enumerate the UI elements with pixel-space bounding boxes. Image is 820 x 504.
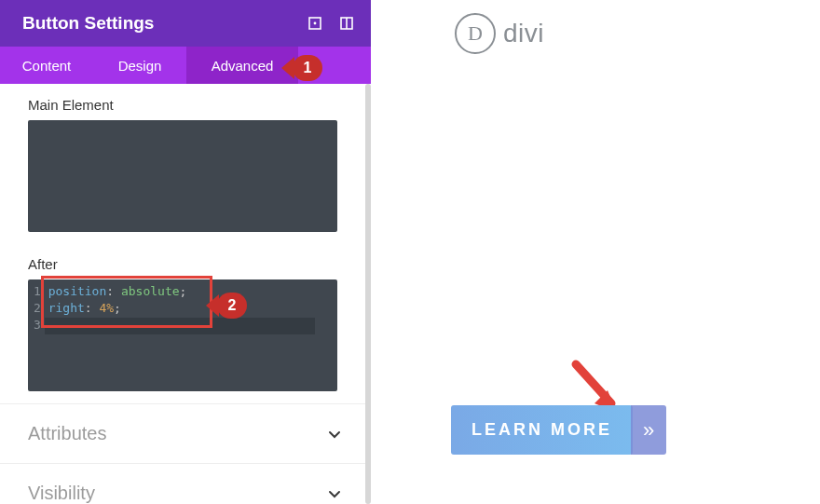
code-prop-2: right [48, 301, 85, 315]
learn-more-button[interactable]: LEARN MORE [451, 405, 633, 455]
panel-body: Main Element After 1 position: absolute;… [0, 84, 371, 403]
after-label: After [28, 256, 343, 272]
main-element-code[interactable] [28, 120, 337, 232]
preview-pane: D divi LEARN MORE » [371, 0, 820, 504]
learn-more-chevron[interactable]: » [631, 405, 666, 455]
code-prop-1: position [48, 284, 107, 298]
chevron-down-icon [326, 426, 343, 443]
chevron-right-icon: » [643, 418, 654, 443]
annotation-balloon-1: 1 [293, 55, 322, 81]
learn-more-wrap: LEARN MORE » [451, 405, 666, 455]
section-visibility-label: Visibility [28, 483, 95, 504]
section-attributes[interactable]: Attributes [0, 404, 371, 463]
brand-logo: D [455, 13, 496, 54]
main-element-label: Main Element [28, 97, 343, 113]
section-attributes-label: Attributes [28, 423, 106, 444]
expand-icon[interactable] [308, 16, 322, 31]
chevron-down-icon [326, 485, 343, 502]
after-code[interactable]: 1 position: absolute; 2 right: 4%; 3 [28, 279, 337, 391]
brand-text: divi [503, 19, 544, 48]
annotation-balloon-2: 2 [217, 293, 247, 319]
svg-point-1 [314, 22, 317, 25]
learn-more-label: LEARN MORE [472, 420, 612, 440]
columns-icon[interactable] [339, 16, 354, 31]
tab-design[interactable]: Design [93, 47, 186, 84]
code-val-2: 4% [99, 301, 114, 315]
annotation-number-1: 1 [294, 55, 321, 81]
panel-header: Button Settings [0, 0, 371, 47]
tab-content[interactable]: Content [0, 47, 93, 84]
section-visibility[interactable]: Visibility [0, 464, 371, 504]
panel-title: Button Settings [22, 13, 308, 34]
settings-panel: Button Settings Content Design [0, 0, 371, 504]
brand: D divi [455, 13, 544, 54]
header-icons [308, 16, 354, 31]
code-val-1: absolute [121, 284, 180, 298]
annotation-number-2: 2 [219, 293, 245, 319]
